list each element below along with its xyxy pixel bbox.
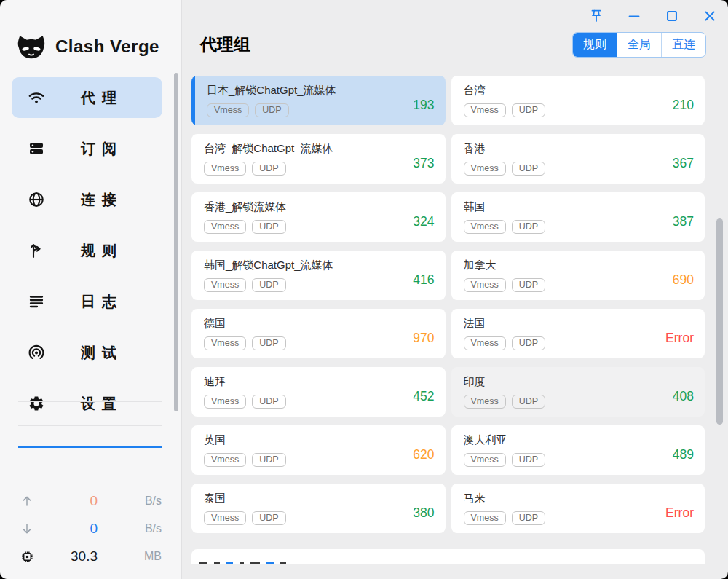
proxy-card[interactable]: 印度 VmessUDP 408 xyxy=(451,367,705,417)
maximize-button[interactable] xyxy=(663,7,681,25)
proxy-list-scrollbar[interactable] xyxy=(716,218,723,425)
memory-usage-row[interactable]: 30.3 MB xyxy=(20,543,162,570)
protocol-badge: Vmess xyxy=(464,278,506,292)
sidebar-item-label: 设置 xyxy=(48,394,162,414)
proxy-card[interactable]: 泰国 VmessUDP 380 xyxy=(191,484,446,533)
proxy-card[interactable]: 澳大利亚 VmessUDP 489 xyxy=(451,425,705,475)
protocol-badge: UDP xyxy=(512,220,545,234)
proxy-card[interactable]: 韩国 VmessUDP 387 xyxy=(451,192,705,242)
download-speed-value: 0 xyxy=(39,521,98,537)
proxy-card[interactable]: 法国 VmessUDP Error xyxy=(451,309,705,358)
page-title: 代理组 xyxy=(200,34,250,56)
mode-tabs: 规则 全局 直连 xyxy=(572,32,706,58)
sidebar-item-proxies[interactable]: 代理 xyxy=(12,77,162,118)
pin-button[interactable] xyxy=(587,7,605,25)
proxy-card[interactable]: 台湾 VmessUDP 210 xyxy=(451,76,705,125)
protocol-badge: Vmess xyxy=(204,453,246,467)
proxy-badges: VmessUDP xyxy=(204,162,446,176)
proxy-badges: VmessUDP xyxy=(464,162,705,176)
sidebar-item-label: 订阅 xyxy=(48,139,162,159)
proxy-badges: VmessUDP xyxy=(204,395,446,409)
latency-value: 620 xyxy=(413,447,434,462)
close-icon xyxy=(702,8,718,24)
tab-global-mode[interactable]: 全局 xyxy=(617,33,661,57)
protocol-badge: Vmess xyxy=(204,395,246,409)
close-button[interactable] xyxy=(701,7,719,25)
settings-icon xyxy=(28,395,48,412)
proxy-badges: VmessUDP xyxy=(464,103,705,117)
proxy-name: 台湾 xyxy=(464,84,644,98)
proxy-card[interactable]: 加拿大 VmessUDP 690 xyxy=(451,251,705,300)
sidebar-item-test[interactable]: 测试 xyxy=(12,332,162,373)
proxy-card[interactable]: 台湾_解锁ChatGpt_流媒体 VmessUDP 373 xyxy=(191,134,446,184)
proxy-name: 迪拜 xyxy=(204,375,384,389)
minimize-button[interactable] xyxy=(625,7,643,25)
protocol-badge: UDP xyxy=(252,395,285,409)
download-speed-row: 0 B/s xyxy=(20,515,162,543)
proxy-card[interactable]: 德国 VmessUDP 970 xyxy=(191,309,446,358)
proxy-name: 香港_解锁流媒体 xyxy=(204,200,384,214)
proxy-badges: VmessUDP xyxy=(207,103,446,117)
sidebar-menu: 代理 订阅 xyxy=(0,77,181,424)
protocol-badge: Vmess xyxy=(204,162,246,176)
protocol-badge: Vmess xyxy=(464,220,506,234)
proxy-badges: VmessUDP xyxy=(204,336,446,350)
proxy-name: 台湾_解锁ChatGpt_流媒体 xyxy=(204,142,384,156)
protocol-badge: Vmess xyxy=(204,511,246,525)
pin-icon xyxy=(588,8,604,24)
sidebar-item-connections[interactable]: 连接 xyxy=(12,179,162,220)
proxy-badges: VmessUDP xyxy=(204,278,446,292)
sidebar-item-settings[interactable]: 设置 xyxy=(12,383,162,424)
proxy-badges: VmessUDP xyxy=(464,220,705,234)
proxy-card[interactable]: 日本_解锁ChatGpt_流媒体 VmessUDP 193 xyxy=(191,76,446,125)
sidebar-item-rules[interactable]: 规则 xyxy=(12,230,162,271)
latency-value: 373 xyxy=(413,156,434,171)
protocol-badge: UDP xyxy=(252,336,285,350)
app-logo: Clash Verge xyxy=(16,34,181,60)
app-title: Clash Verge xyxy=(55,36,159,57)
logs-icon xyxy=(28,293,48,310)
proxy-card[interactable]: 香港 VmessUDP 367 xyxy=(451,134,705,184)
arrow-down-icon xyxy=(20,522,39,535)
proxy-name: 英国 xyxy=(204,433,384,447)
protocol-badge: UDP xyxy=(512,278,545,292)
app-window: Clash Verge 代理 xyxy=(0,0,728,579)
latency-value: 380 xyxy=(413,505,434,521)
proxy-badges: VmessUDP xyxy=(464,453,705,467)
cpu-chip-icon xyxy=(20,550,39,564)
proxy-name: 韩国_解锁ChatGpt_流媒体 xyxy=(204,259,384,272)
proxy-name: 香港 xyxy=(464,142,644,156)
protocol-badge: UDP xyxy=(512,103,545,117)
proxy-name: 日本_解锁ChatGpt_流媒体 xyxy=(207,84,384,98)
proxy-badges: VmessUDP xyxy=(464,278,705,292)
proxy-card[interactable]: 英国 VmessUDP 620 xyxy=(191,425,446,475)
tab-direct-mode[interactable]: 直连 xyxy=(661,33,705,57)
protocol-badge: UDP xyxy=(512,395,545,409)
proxy-badges: VmessUDP xyxy=(204,220,446,234)
protocol-badge: UDP xyxy=(252,453,285,467)
protocol-badge: UDP xyxy=(512,453,545,467)
partial-proxy-group-card[interactable] xyxy=(191,549,705,564)
proxy-name: 印度 xyxy=(464,375,644,389)
proxy-card[interactable]: 迪拜 VmessUDP 452 xyxy=(191,367,446,417)
sidebar-item-profiles[interactable]: 订阅 xyxy=(12,128,162,169)
sidebar-scrollbar[interactable] xyxy=(174,73,178,411)
sidebar-item-label: 日志 xyxy=(48,292,162,312)
protocol-badge: Vmess xyxy=(464,336,506,350)
tab-rule-mode[interactable]: 规则 xyxy=(573,33,617,57)
wifi-icon xyxy=(28,89,48,106)
protocol-badge: Vmess xyxy=(204,220,246,234)
latency-value: 324 xyxy=(413,214,434,229)
latency-value: 193 xyxy=(413,98,434,113)
proxy-card[interactable]: 马来 VmessUDP Error xyxy=(451,484,705,533)
latency-value: 367 xyxy=(673,156,694,171)
latency-value: 452 xyxy=(413,389,434,404)
latency-value: 690 xyxy=(673,272,694,288)
latency-value: 210 xyxy=(673,98,694,113)
protocol-badge: Vmess xyxy=(207,103,249,117)
proxy-card[interactable]: 韩国_解锁ChatGpt_流媒体 VmessUDP 416 xyxy=(191,251,446,300)
proxy-card[interactable]: 香港_解锁流媒体 VmessUDP 324 xyxy=(191,192,446,242)
upload-speed-row: 0 B/s xyxy=(20,487,162,515)
memory-usage-value: 30.3 xyxy=(39,548,98,564)
sidebar-item-logs[interactable]: 日志 xyxy=(12,281,162,322)
